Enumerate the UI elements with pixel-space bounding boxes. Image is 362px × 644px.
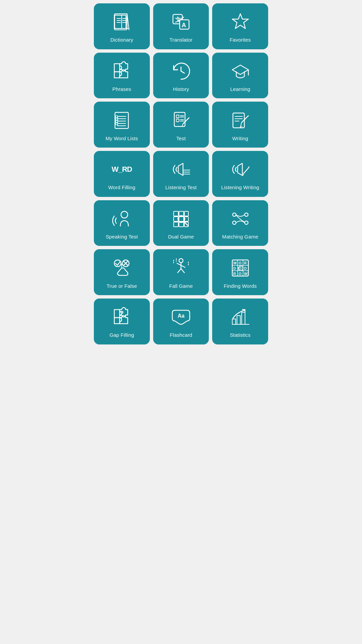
svg-marker-53 — [238, 163, 242, 175]
dictionary-icon — [110, 10, 133, 34]
svg-rect-32 — [176, 115, 179, 118]
svg-line-81 — [181, 265, 185, 267]
tile-fall-game[interactable]: Fall Game — [153, 249, 209, 295]
tile-my-word-lists[interactable]: My Word Lists — [94, 102, 150, 148]
tile-writing-label: Writing — [232, 136, 248, 142]
svg-rect-105 — [237, 316, 240, 324]
tile-dual-game[interactable]: Dual Game — [153, 200, 209, 246]
svg-text:W: W — [244, 272, 248, 276]
svg-text:A: A — [182, 22, 186, 29]
writing-icon — [229, 109, 252, 132]
tile-dual-game-label: Dual Game — [168, 234, 194, 240]
tile-statistics[interactable]: Statistics — [212, 299, 268, 344]
tile-test[interactable]: Test — [153, 102, 209, 148]
svg-point-78 — [179, 259, 183, 263]
svg-rect-62 — [179, 217, 184, 221]
svg-point-72 — [245, 221, 248, 224]
svg-text:?: ? — [120, 310, 124, 317]
tile-gap-filling-label: Gap Filling — [110, 332, 134, 338]
svg-line-39 — [182, 124, 183, 126]
svg-rect-64 — [174, 222, 178, 227]
svg-rect-106 — [242, 312, 245, 324]
gap-filling-icon: ? — [110, 305, 133, 329]
tile-test-label: Test — [176, 136, 186, 142]
tile-learning[interactable]: Learning — [212, 53, 268, 99]
tile-listening-writing-label: Listening Writing — [221, 184, 259, 191]
svg-text:Aa: Aa — [178, 313, 185, 319]
tile-learning-label: Learning — [230, 86, 250, 92]
tile-translator-label: Translator — [170, 37, 192, 43]
svg-line-55 — [243, 173, 244, 175]
tile-fall-game-label: Fall Game — [169, 283, 193, 289]
phrases-icon — [110, 59, 133, 83]
tile-history-label: History — [173, 86, 189, 92]
tile-writing[interactable]: Writing — [212, 102, 268, 148]
tile-finding-words[interactable]: W O R D O D R O W Finding Words — [212, 249, 268, 295]
tile-favorites[interactable]: Favorites — [212, 3, 268, 49]
svg-line-54 — [244, 168, 248, 173]
main-grid: Dictionary 文 A Translator Favorites — [90, 0, 272, 348]
test-icon — [169, 109, 193, 132]
tile-translator[interactable]: 文 A Translator — [153, 3, 209, 49]
svg-rect-41 — [233, 113, 244, 128]
speaking-test-icon — [110, 207, 133, 230]
svg-line-40 — [188, 118, 189, 119]
svg-rect-3 — [114, 14, 127, 30]
tile-true-or-false-label: True or False — [107, 283, 137, 289]
svg-line-47 — [247, 116, 248, 117]
tile-speaking-test-label: Speaking Test — [106, 234, 138, 240]
fall-game-icon — [169, 256, 193, 280]
svg-text:R: R — [233, 272, 236, 276]
tile-phrases-label: Phrases — [112, 86, 131, 92]
svg-line-17 — [181, 71, 184, 73]
svg-point-57 — [121, 211, 128, 218]
tile-my-word-lists-label: My Word Lists — [106, 136, 138, 142]
svg-marker-15 — [232, 14, 248, 29]
tile-dictionary-label: Dictionary — [110, 37, 133, 43]
svg-rect-35 — [176, 119, 179, 122]
tile-dictionary[interactable]: Dictionary — [94, 3, 150, 49]
svg-point-70 — [233, 221, 236, 224]
tile-phrases[interactable]: Phrases — [94, 53, 150, 99]
svg-line-80 — [177, 263, 181, 265]
svg-marker-49 — [178, 163, 183, 175]
tile-true-or-false[interactable]: True or False — [94, 249, 150, 295]
tile-listening-writing[interactable]: Listening Writing — [212, 151, 268, 197]
tile-speaking-test[interactable]: Speaking Test — [94, 200, 150, 246]
svg-text:O: O — [239, 272, 242, 276]
word-filling-icon: W_RD — [110, 158, 133, 181]
tile-listening-test-label: Listening Test — [165, 184, 197, 191]
dual-game-icon — [169, 207, 193, 230]
svg-text:D: D — [244, 266, 247, 270]
statistics-icon — [229, 305, 252, 329]
tile-gap-filling[interactable]: ? Gap Filling — [94, 299, 150, 344]
svg-rect-104 — [232, 319, 236, 324]
svg-text:O: O — [239, 261, 242, 265]
svg-text:R: R — [244, 261, 247, 265]
svg-point-71 — [245, 213, 248, 216]
svg-line-46 — [240, 122, 242, 127]
svg-line-56 — [248, 167, 249, 168]
svg-rect-58 — [174, 211, 178, 216]
svg-text:W: W — [233, 261, 237, 265]
translator-icon: 文 A — [169, 10, 193, 34]
tile-matching-game-label: Matching Game — [222, 234, 258, 240]
tile-history[interactable]: History — [153, 53, 209, 99]
tile-favorites-label: Favorites — [230, 37, 251, 43]
svg-line-83 — [181, 269, 184, 273]
finding-words-icon: W O R D O D R O W — [229, 256, 252, 280]
true-or-false-icon — [110, 256, 133, 280]
listening-writing-icon — [229, 158, 252, 181]
tile-listening-test[interactable]: Listening Test — [153, 151, 209, 197]
listening-test-icon — [169, 158, 193, 181]
tile-flashcard[interactable]: Aa Flashcard — [153, 299, 209, 344]
tile-statistics-label: Statistics — [230, 332, 251, 338]
tile-matching-game[interactable]: Matching Game — [212, 200, 268, 246]
favorites-icon — [229, 10, 252, 34]
svg-line-82 — [178, 269, 181, 273]
history-icon — [169, 59, 193, 83]
tile-finding-words-label: Finding Words — [224, 283, 256, 289]
svg-text:D: D — [233, 266, 236, 270]
flashcard-icon: Aa — [169, 305, 193, 329]
tile-word-filling[interactable]: W_RD Word Filling — [94, 151, 150, 197]
